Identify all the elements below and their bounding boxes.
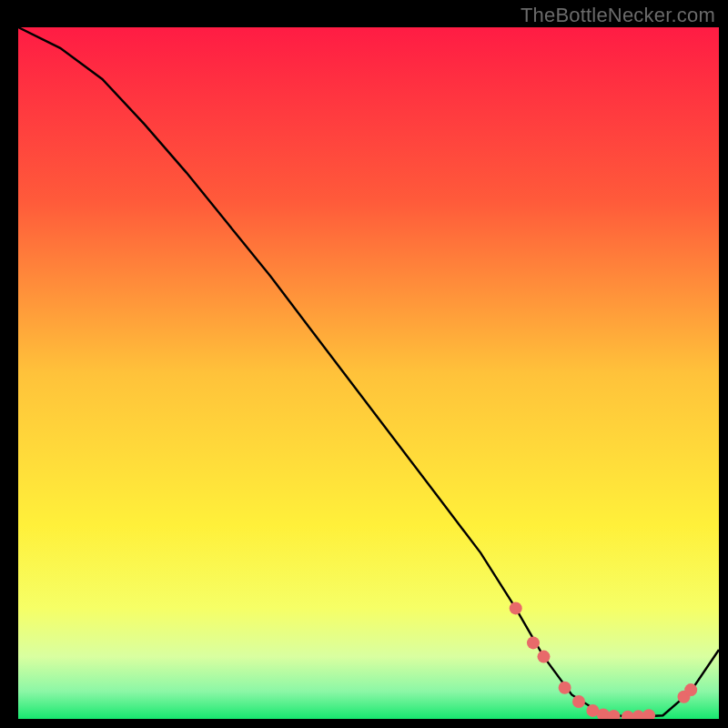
watermark-text: TheBottleNecker.com	[521, 4, 715, 27]
highlight-dot	[538, 651, 551, 663]
highlight-dot	[559, 682, 571, 694]
highlight-dot	[527, 636, 540, 649]
highlight-dot	[684, 683, 697, 696]
bottleneck-chart	[0, 0, 728, 728]
highlight-dot	[572, 695, 585, 708]
highlight-dot	[642, 709, 655, 722]
gradient-panel	[18, 27, 719, 719]
highlight-dot	[510, 602, 522, 614]
highlight-dot	[608, 710, 621, 723]
chart-stage: TheBottleNecker.com	[0, 0, 728, 728]
